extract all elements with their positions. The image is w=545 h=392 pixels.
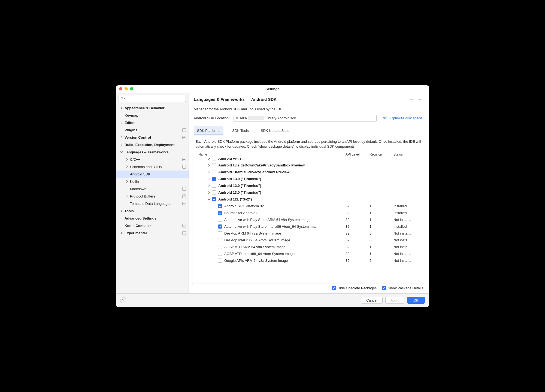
row-checkbox[interactable] [218,204,222,208]
table-row[interactable]: Sources for Android 32321Installed [192,209,424,216]
show-package-details-checkbox[interactable]: Show Package Details [382,286,423,290]
apply-button[interactable]: Apply [385,297,405,304]
table-row[interactable]: Android 13.0 ("Tiramisu") [192,175,424,182]
sidebar-item[interactable]: Protocol Buffers [116,193,189,200]
sidebar-item[interactable]: Languages & Frameworks [116,148,189,156]
table-row[interactable]: Android 13.0 ("Tiramisu") [192,189,424,196]
chevron-right-icon[interactable] [120,143,123,147]
row-checkbox[interactable] [212,163,216,167]
sidebar-item[interactable]: Template Data Languages [116,200,189,207]
row-checkbox[interactable] [218,238,222,242]
sidebar-item-label: Tools [125,209,186,213]
sidebar-item[interactable]: Markdown [116,185,189,193]
row-checkbox[interactable] [212,158,216,160]
table-body[interactable]: Android API 34Android UpsideDownCakePriv… [192,158,424,283]
nav-back-icon[interactable]: ← [409,97,414,102]
sidebar-item[interactable]: Build, Execution, Deployment [116,141,189,148]
table-row[interactable]: AOSP ATD ARM 64 v8a System Image321Not i… [192,244,424,250]
chevron-right-icon[interactable] [120,121,123,124]
row-checkbox[interactable] [212,177,216,181]
chevron-right-icon[interactable] [207,178,211,180]
sidebar-item-label: Languages & Frameworks [125,150,186,154]
sidebar-item[interactable]: Android SDK [116,171,189,178]
table-row[interactable]: Android 13.0 ("Tiramisu") [192,182,424,189]
sdk-optimize-disk-link[interactable]: Optimize disk space [390,116,422,120]
breadcrumb-root[interactable]: Languages & Frameworks [194,97,245,102]
sdk-location-input[interactable]: /Users/ /Library/Android/sdk [234,115,377,121]
sidebar-item[interactable]: Tools [116,207,189,215]
table-row[interactable]: AOSP ATD Intel x86_64 Atom System Image3… [192,250,424,257]
chevron-right-icon[interactable] [120,209,123,213]
row-checkbox[interactable] [218,259,222,263]
sdk-tab[interactable]: SDK Tools [229,126,252,135]
tab-description: Each Android SDK Platform package includ… [189,136,429,151]
chevron-right-icon[interactable] [207,191,211,194]
col-revision[interactable]: Revision [367,151,391,158]
table-row[interactable]: Android 12L ("Sv2") [192,196,424,203]
sidebar-item[interactable]: Appearance & Behavior [116,104,189,112]
chevron-down-icon[interactable] [120,150,123,154]
sidebar-item[interactable]: Kotlin [116,178,189,185]
table-row[interactable]: Android UpsideDownCakePrivacySandbox Pre… [192,162,424,169]
chevron-right-icon[interactable] [125,157,129,161]
chevron-right-icon[interactable] [207,158,211,160]
row-checkbox[interactable] [218,211,222,215]
row-checkbox[interactable] [212,197,216,201]
chevron-right-icon[interactable] [125,180,129,183]
table-row[interactable]: Automotive with Play Store Intel x86 Ato… [192,223,424,230]
table-row[interactable]: Android TiramisuPrivacySandbox Preview [192,169,424,175]
table-row[interactable]: Desktop Intel x86_64 Atom System Image32… [192,237,424,244]
chevron-right-icon[interactable] [120,231,123,235]
sidebar-item[interactable]: Schemas and DTDs [116,163,189,171]
sidebar-item[interactable]: Plugins [116,126,189,134]
sidebar-item[interactable]: Editor [116,119,189,126]
row-checkbox[interactable] [218,218,222,222]
table-row[interactable]: Google APIs ARM 64 v8a System Image326No… [192,257,424,264]
chevron-right-icon[interactable] [125,165,129,169]
sidebar-item-label: Appearance & Behavior [125,106,186,110]
cancel-button[interactable]: Cancel [361,297,382,304]
row-checkbox[interactable] [218,245,222,249]
sidebar-item[interactable]: Keymap [116,112,189,119]
row-checkbox[interactable] [218,252,222,256]
sdk-tab[interactable]: SDK Update Sites [258,126,293,135]
row-checkbox[interactable] [218,224,222,229]
hide-obsolete-checkbox[interactable]: Hide Obsolete Packages [332,286,377,290]
nav-forward-icon[interactable]: → [417,97,422,102]
chevron-down-icon[interactable] [207,198,211,201]
sidebar-item[interactable]: Experimental [116,229,189,237]
chevron-right-icon[interactable] [120,135,123,139]
sdk-location-edit-link[interactable]: Edit [380,116,386,120]
sidebar-item[interactable]: Kotlin Compiler [116,222,189,229]
page-description: Manager for the Android SDK and Tools us… [194,107,422,111]
sidebar-item[interactable]: Version Control [116,134,189,141]
search-history-chevron-icon[interactable]: ▾ [124,97,125,100]
row-name: Desktop ARM 64 v8a System Image [224,231,281,235]
project-settings-icon [182,224,186,227]
sidebar-item[interactable]: C/C++ [116,156,189,163]
table-row[interactable]: Android SDK Platform 32321Installed [192,203,424,209]
row-checkbox[interactable] [212,190,216,195]
sdk-tab[interactable]: SDK Platforms [194,126,223,135]
chevron-right-icon[interactable] [125,194,129,198]
row-status: Installed [391,211,424,215]
row-checkbox[interactable] [218,231,222,235]
col-api[interactable]: API Level [343,151,367,158]
table-row[interactable]: Desktop ARM 64 v8a System Image326Not in… [192,230,424,237]
row-rev: 1 [367,224,391,229]
settings-search-input[interactable]: ▾ [119,95,186,102]
col-status[interactable]: Status [391,151,424,158]
table-row[interactable]: Android API 34 [192,158,424,162]
chevron-right-icon[interactable] [120,106,123,110]
ok-button[interactable]: OK [407,297,425,304]
chevron-right-icon[interactable] [207,164,211,167]
chevron-right-icon[interactable] [207,171,211,174]
row-checkbox[interactable] [212,170,216,174]
chevron-right-icon[interactable] [207,184,211,187]
sidebar-item[interactable]: Advanced Settings [116,215,189,222]
table-row[interactable]: Automotive with Play Store ARM 64 v8a Sy… [192,216,424,223]
sidebar-item-label: Version Control [125,135,181,139]
col-name[interactable]: Name [192,151,343,158]
row-checkbox[interactable] [212,184,216,188]
help-button[interactable]: ? [120,297,126,303]
